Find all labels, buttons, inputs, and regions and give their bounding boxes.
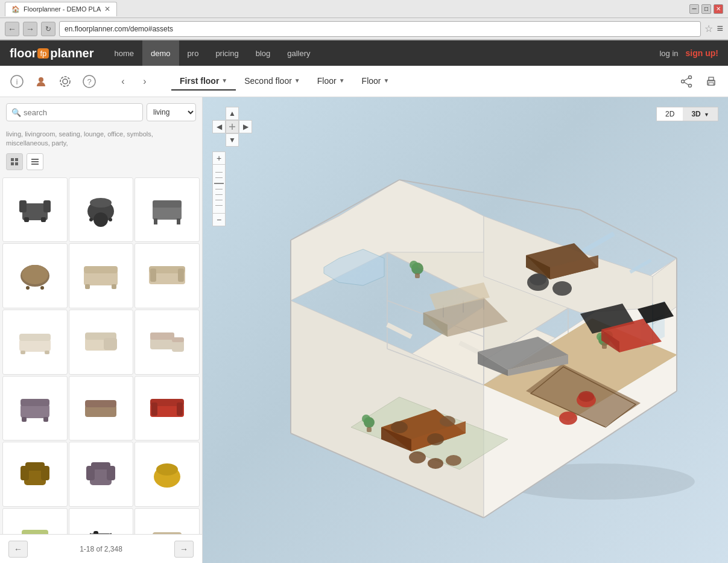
close-btn[interactable]: ✕ [714,4,723,14]
nav-demo[interactable]: demo [142,40,179,66]
svg-point-141 [409,451,426,463]
main-content: 🔍 living bedroom kitchen office living, … [0,97,728,563]
svg-point-138 [391,421,408,433]
furniture-item[interactable] [69,442,134,507]
tab-close-btn[interactable]: ✕ [104,5,110,13]
pan-left-btn[interactable]: ◀ [212,120,226,133]
favicon: 🏠 [11,5,20,13]
next-page-btn[interactable]: → [174,541,194,558]
logo-text-left: floor [10,46,36,60]
pan-down-btn[interactable]: ▼ [226,133,239,147]
floor-tab-third[interactable]: Floor ▼ [309,72,353,91]
3d-view-btn[interactable]: 3D ▼ [683,107,718,121]
prev-floor-btn[interactable]: ‹ [113,72,133,91]
furniture-item[interactable] [135,508,200,534]
furniture-item[interactable] [135,376,200,441]
pan-center-btn[interactable] [226,120,239,133]
svg-rect-72 [25,462,45,471]
pan-up-btn[interactable]: ▲ [226,107,239,120]
settings-icon[interactable] [55,72,75,91]
svg-point-142 [446,455,461,466]
second-floor-dropdown-icon[interactable]: ▼ [294,77,300,84]
furniture-item[interactable] [69,310,134,375]
svg-rect-33 [153,200,182,208]
pan-right-btn[interactable]: ▶ [239,120,252,133]
logo[interactable]: floor fp planner [10,46,94,60]
svg-rect-49 [19,334,51,341]
address-bar-row: ← → ↻ ☆ ≡ [0,18,728,40]
url-input[interactable] [59,21,701,37]
search-area: 🔍 living bedroom kitchen office [0,97,202,127]
svg-point-123 [552,281,572,296]
furniture-item[interactable] [69,243,134,308]
furniture-item[interactable] [135,442,200,507]
back-btn[interactable]: ← [5,22,19,36]
floor-tab-first[interactable]: First floor ▼ [171,72,236,91]
furniture-item[interactable] [2,442,68,507]
person-icon[interactable] [31,72,51,91]
fourth-floor-dropdown-icon[interactable]: ▼ [383,77,389,84]
3d-dropdown-icon[interactable]: ▼ [704,112,709,118]
third-floor-dropdown-icon[interactable]: ▼ [339,77,345,84]
svg-point-30 [109,218,112,221]
svg-text:?: ? [87,77,91,86]
svg-rect-46 [150,269,156,282]
browser-tab[interactable]: 🏠 Floorplanner - DEMO PLA ✕ [5,2,117,16]
svg-point-143 [428,458,443,469]
forward-btn[interactable]: → [23,22,37,36]
svg-rect-42 [85,284,90,289]
2d-view-btn[interactable]: 2D [657,107,683,121]
info-icon[interactable]: i [7,72,27,91]
svg-rect-64 [85,400,116,407]
nav-blog[interactable]: blog [247,40,279,66]
help-icon[interactable]: ? [80,72,99,91]
furniture-item[interactable] [69,177,134,243]
furniture-item[interactable] [2,310,68,375]
prev-page-btn[interactable]: ← [8,541,28,558]
svg-point-39 [40,286,44,290]
furniture-item[interactable] [2,376,68,441]
svg-rect-16 [15,158,18,161]
floor-tab-second[interactable]: Second floor ▼ [236,72,309,91]
furniture-item[interactable] [135,177,200,243]
canvas-area[interactable]: ▲ ◀ ▶ ▼ + [203,97,728,563]
maximize-btn[interactable]: □ [701,4,711,14]
furniture-item[interactable] [2,508,68,534]
svg-rect-80 [22,530,48,534]
minimize-btn[interactable]: ─ [689,4,699,14]
grid-view-btn[interactable] [6,153,23,170]
svg-point-29 [89,218,93,221]
furniture-item[interactable] [135,310,200,375]
furniture-item[interactable] [69,508,134,534]
nav-pricing[interactable]: pricing [207,40,247,66]
floorplan-container[interactable] [203,97,728,563]
svg-rect-24 [43,200,51,212]
svg-rect-26 [41,217,46,222]
share-icon[interactable] [677,72,697,91]
floor-tab-fourth[interactable]: Floor ▼ [353,72,398,91]
zoom-out-btn[interactable]: − [212,213,226,226]
nav-pro[interactable]: pro [179,40,207,66]
furniture-item[interactable] [135,243,200,308]
nav-home[interactable]: home [106,40,143,66]
login-link[interactable]: log in [659,49,678,58]
furniture-item[interactable] [2,177,68,243]
next-floor-btn[interactable]: › [135,72,154,91]
svg-rect-60 [21,399,49,406]
svg-point-133 [578,391,594,402]
list-view-btn[interactable] [27,153,43,170]
furniture-item[interactable] [69,376,134,441]
nav-gallery[interactable]: gallery [279,40,318,66]
category-select[interactable]: living bedroom kitchen office [147,103,196,121]
signup-link[interactable]: sign up! [686,48,718,58]
zoom-in-btn[interactable]: + [212,151,226,165]
svg-rect-146 [367,427,372,432]
search-input[interactable] [24,108,138,117]
print-icon[interactable] [701,72,721,91]
svg-line-164 [580,210,677,258]
bookmark-icon[interactable]: ☆ [704,23,713,34]
first-floor-dropdown-icon[interactable]: ▼ [221,77,227,84]
browser-menu-icon[interactable]: ≡ [717,22,723,35]
refresh-btn[interactable]: ↻ [41,22,55,36]
furniture-item[interactable] [2,243,68,308]
